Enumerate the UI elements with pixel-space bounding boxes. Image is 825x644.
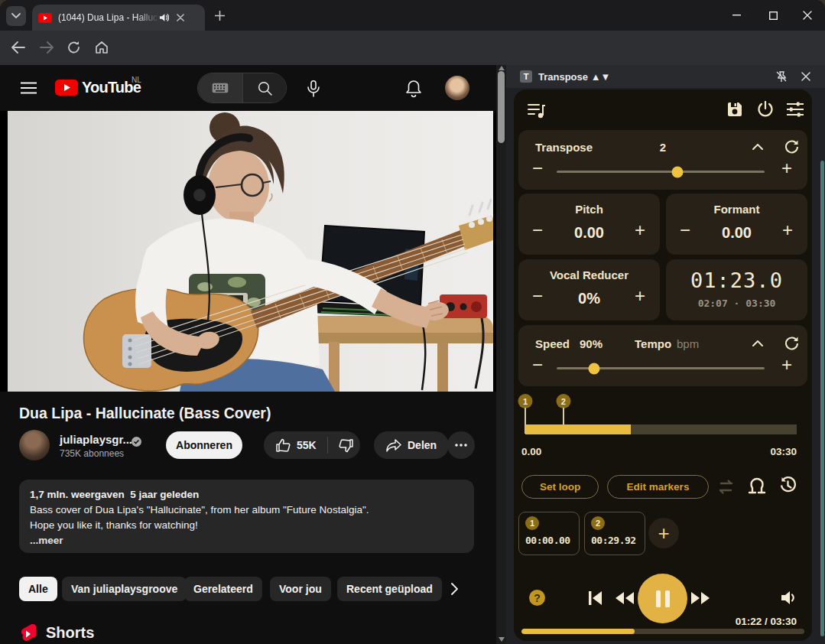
more-actions-button[interactable] [447, 431, 475, 459]
transpose-slider[interactable] [557, 171, 765, 173]
speed-slider[interactable] [557, 367, 765, 369]
reload-button[interactable] [67, 41, 80, 54]
video-player[interactable] [0, 111, 506, 392]
tempo-label[interactable]: Tempo [635, 337, 671, 350]
guide-hamburger-icon[interactable] [21, 82, 37, 94]
transpose-value: 2 [518, 141, 807, 154]
back-button[interactable] [11, 41, 25, 54]
speed-plus-button[interactable]: + [781, 357, 792, 372]
pitch-plus-button[interactable]: + [635, 223, 645, 238]
page-scrollbar[interactable] [496, 65, 506, 644]
marker-chip-2[interactable]: 2 00:29.92 [584, 512, 645, 555]
shorts-logo-icon [19, 624, 36, 644]
side-panel-title: Transpose ▲▼ [538, 71, 610, 83]
timeline-marker-1[interactable]: 1 [518, 394, 533, 408]
youtube-logo-icon[interactable] [55, 80, 78, 96]
share-label: Delen [408, 439, 437, 451]
voice-search-icon[interactable] [306, 80, 321, 97]
search-box[interactable] [197, 73, 287, 103]
maximize-button[interactable] [755, 0, 791, 31]
repeat-icon[interactable] [717, 479, 735, 495]
power-icon[interactable] [757, 101, 774, 118]
description-box[interactable]: 1,7 mln. weergaven 5 jaar geleden Bass c… [19, 480, 474, 553]
keyboard-button[interactable] [198, 73, 242, 102]
queue-music-icon[interactable] [528, 102, 546, 119]
unpin-icon[interactable] [775, 70, 788, 83]
chip-recent[interactable]: Recent geüpload [337, 577, 442, 601]
transpose-minus-button[interactable]: − [532, 161, 543, 176]
home-button[interactable] [95, 41, 109, 54]
channel-avatar[interactable] [19, 430, 50, 460]
dislike-icon[interactable] [339, 438, 353, 453]
like-count[interactable]: 55K [297, 439, 317, 451]
tab-search-button[interactable] [6, 6, 26, 26]
speed-minus-button[interactable]: − [532, 357, 543, 372]
chip-alle[interactable]: Alle [19, 577, 57, 601]
rewind-icon[interactable] [616, 592, 634, 604]
formant-plus-button[interactable]: + [782, 223, 793, 238]
help-button[interactable]: ? [529, 590, 545, 606]
pause-button[interactable] [638, 574, 687, 623]
speed-slider-thumb[interactable] [588, 363, 599, 374]
chip-voor-jou[interactable]: Voor jou [270, 577, 331, 601]
new-tab-button[interactable] [215, 11, 225, 21]
transpose-reset-icon[interactable] [784, 139, 799, 154]
notifications-bell-icon[interactable] [405, 80, 422, 98]
scroll-down-icon[interactable] [499, 637, 505, 642]
tempo-unit: bpm [677, 337, 699, 350]
panel-progress-bar[interactable] [521, 629, 804, 634]
save-icon[interactable] [726, 101, 743, 118]
fast-forward-icon[interactable] [691, 592, 710, 604]
transpose-plus-button[interactable]: + [781, 161, 792, 176]
window-close-button[interactable] [790, 0, 825, 31]
subscribe-button[interactable]: Abonneren [166, 431, 242, 459]
forward-button[interactable] [40, 41, 54, 54]
scroll-up-icon[interactable] [499, 66, 505, 70]
history-icon[interactable] [779, 476, 797, 494]
time-display-card[interactable]: 01:23.0 02:07 · 03:30 [666, 259, 807, 320]
channel-subscribers: 735K abonnees [60, 448, 124, 459]
side-panel-close-icon[interactable] [801, 72, 810, 81]
timeline-bar[interactable] [525, 424, 797, 434]
markers-timeline[interactable]: 1 2 [525, 394, 797, 443]
chip-gerelateerd[interactable]: Gerelateerd [184, 577, 262, 601]
ab-loop-icon[interactable] [748, 477, 766, 495]
tab-audio-icon[interactable] [159, 13, 169, 22]
vocal-plus-button[interactable]: + [635, 288, 645, 304]
description-line: Bass cover of Dua Lipa's "Hallucinate", … [30, 503, 463, 518]
like-icon[interactable] [276, 438, 291, 453]
edit-markers-button[interactable]: Edit markers [607, 475, 709, 499]
minimize-button[interactable] [719, 0, 754, 31]
time-current: 01:23.0 [666, 268, 807, 292]
search-button[interactable] [242, 73, 286, 102]
pitch-label: Pitch [518, 203, 660, 216]
skip-start-icon[interactable] [589, 591, 602, 605]
transport-time: 01:22 / 03:30 [690, 616, 797, 627]
chips-scroll-right-icon[interactable] [451, 583, 458, 595]
speed-reset-icon[interactable] [784, 336, 799, 350]
add-marker-button[interactable]: + [648, 518, 679, 548]
shorts-heading[interactable]: Shorts [46, 624, 94, 642]
panel-scrollbar[interactable] [820, 161, 824, 636]
active-tab[interactable]: (1044) Dua Lipa - Hallucinat [32, 5, 205, 31]
youtube-avatar[interactable] [445, 76, 469, 100]
share-button[interactable]: Delen [374, 431, 449, 459]
youtube-header: YouTube NL Maken 9+ [0, 65, 506, 111]
speed-value: 90% [580, 337, 603, 350]
pause-icon [656, 590, 670, 607]
timeline-marker-2[interactable]: 2 [556, 394, 570, 408]
marker-chip-1[interactable]: 1 00:00.00 [518, 512, 580, 555]
settings-sliders-icon[interactable] [786, 101, 804, 118]
collapse-chevron-icon[interactable] [752, 144, 763, 150]
video-title: Dua Lipa - Hallucinate (Bass Cover) [19, 405, 478, 422]
transpose-slider-thumb[interactable] [671, 166, 683, 177]
scrollbar-thumb[interactable] [498, 71, 505, 143]
chip-van-channel[interactable]: Van juliaplaysgroove [62, 577, 187, 601]
search-icon [258, 81, 272, 96]
description-more[interactable]: ...meer [30, 533, 463, 548]
tab-close-icon[interactable] [177, 14, 184, 21]
collapse-chevron-icon[interactable] [752, 340, 763, 346]
channel-name[interactable]: juliaplaysgr... [60, 433, 132, 446]
set-loop-button[interactable]: Set loop [521, 475, 599, 499]
volume-icon[interactable] [781, 590, 797, 605]
